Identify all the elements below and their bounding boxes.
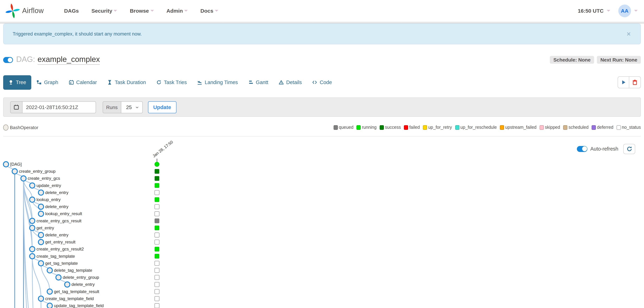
tab-calendar[interactable]: Calendar [64,75,102,90]
task-node-delete_entry[interactable] [38,190,44,195]
delete-dag-button[interactable] [629,76,641,88]
utc-clock[interactable]: 16:50 UTC [578,8,604,14]
task-status-no_status[interactable] [155,211,159,216]
task-status-success[interactable] [155,169,159,174]
task-status-no_status[interactable] [155,204,159,209]
menu-item-browse[interactable]: Browse [130,8,154,14]
task-node-create_tag_template[interactable] [30,254,35,259]
base-date-input[interactable] [22,101,96,113]
legend-status-scheduled[interactable]: scheduled [563,125,588,130]
user-caret-icon[interactable] [634,10,638,12]
dag-name: example_complex [38,55,100,65]
tab-graph[interactable]: Graph [32,75,64,90]
legend-status-upstream_failed[interactable]: upstream_failed [500,125,536,130]
task-status-no_status[interactable] [155,275,159,280]
task-status-no_status[interactable] [155,289,159,294]
task-status-running[interactable] [155,254,159,258]
task-status-no_status[interactable] [155,233,159,237]
task-status-running[interactable] [155,197,159,202]
task-node-DAG[interactable] [3,162,8,167]
task-node-delete_entry[interactable] [38,232,44,238]
user-avatar[interactable]: AA [618,5,631,17]
retry-icon [156,80,161,85]
legend-status-up_for_retry[interactable]: up_for_retry [423,125,452,130]
menu-item-security[interactable]: Security [92,8,117,14]
task-status-running[interactable] [155,226,159,230]
tab-tree[interactable]: Tree [3,75,32,90]
menu-item-admin[interactable]: Admin [166,8,188,14]
toggle-knob [582,146,587,151]
gantt-icon [248,80,253,85]
status-swatch [357,125,361,130]
run-status-running[interactable] [154,162,159,167]
task-node-delete_entry[interactable] [38,204,44,209]
task-status-no_status[interactable] [155,303,159,308]
tab-landing-times[interactable]: Landing Times [192,75,243,90]
task-node-delete_entry[interactable] [65,282,70,287]
task-node-create_entry_gcs_result2[interactable] [30,247,35,252]
clock-caret-icon[interactable] [607,10,610,12]
close-icon[interactable]: × [625,30,633,38]
legend-status-no_status[interactable]: no_status [616,125,641,130]
task-node-get_entry_result[interactable] [38,239,44,245]
tab-label: Details [286,80,302,85]
task-label: create_tag_template [36,254,75,258]
task-node-create_tag_template_field[interactable] [38,296,44,301]
menu-item-label: Docs [200,8,213,14]
tab-task-tries[interactable]: Task Tries [151,75,192,90]
top-navbar: Airflow DAGsSecurityBrowseAdminDocs 16:5… [0,0,644,22]
task-status-no_status[interactable] [155,261,159,266]
legend-status-up_for_reschedule[interactable]: up_for_reschedule [455,125,497,130]
task-node-create_entry_group[interactable] [12,169,18,174]
base-date-group [10,101,96,113]
tab-gantt[interactable]: Gantt [243,75,274,90]
task-node-get_entry[interactable] [30,225,35,231]
task-node-create_entry_gcs[interactable] [21,176,26,181]
status-label: success [385,125,401,130]
task-status-no_status[interactable] [155,296,159,301]
task-label: create_entry_gcs_result [36,218,82,223]
task-label: delete_entry [45,232,68,237]
legend-status-queued[interactable]: queued [334,125,354,130]
legend-status-deferred[interactable]: deferred [592,125,613,130]
task-status-running[interactable] [155,183,159,188]
menu-item-label: Security [92,8,112,14]
tab-task-duration[interactable]: Task Duration [102,75,151,90]
menu-item-docs[interactable]: Docs [200,8,218,14]
task-status-success[interactable] [155,176,159,181]
legend-row: BashOperator queuedrunningsuccessfailedu… [3,123,641,132]
task-node-delete_tag_template[interactable] [47,268,52,273]
task-node-delete_entry_group[interactable] [56,275,61,280]
legend-status-failed[interactable]: failed [404,125,420,130]
task-node-lookup_entry_result[interactable] [38,211,44,216]
legend-status-success[interactable]: success [380,125,401,130]
menu-item-dags[interactable]: DAGs [64,8,79,14]
tab-code[interactable]: Code [307,75,337,90]
navbar-right: 16:50 UTC AA [578,5,638,17]
task-node-update_entry[interactable] [30,183,35,188]
task-node-get_tag_template_result[interactable] [47,289,52,294]
task-status-running[interactable] [155,247,159,251]
brand[interactable]: Airflow [6,3,44,19]
refresh-button[interactable] [623,144,635,154]
task-node-create_entry_gcs_result[interactable] [30,218,35,224]
legend-status-running[interactable]: running [357,125,376,130]
auto-refresh-toggle[interactable] [577,146,588,152]
dag-prefix: DAG: [16,55,35,64]
task-node-get_tag_template[interactable] [38,261,44,266]
task-status-no_status[interactable] [155,282,159,287]
dag-pause-toggle[interactable] [3,57,13,63]
num-runs-select[interactable]: 25 [121,101,142,113]
task-status-no_status[interactable] [155,190,159,195]
tab-details[interactable]: Details [274,75,307,90]
legend-status-skipped[interactable]: skipped [540,125,560,130]
task-status-no_status[interactable] [155,268,159,273]
trigger-dag-button[interactable] [618,76,629,88]
task-status-queued[interactable] [155,219,159,223]
task-status-no_status[interactable] [155,240,159,244]
task-node-lookup_entry[interactable] [30,197,35,202]
update-button[interactable]: Update [148,101,176,113]
task-node-update_tag_template_field[interactable] [47,303,52,308]
dag-run-label[interactable]: Jan 28, 17:50 [152,141,174,158]
operator-label: BashOperator [10,125,38,130]
